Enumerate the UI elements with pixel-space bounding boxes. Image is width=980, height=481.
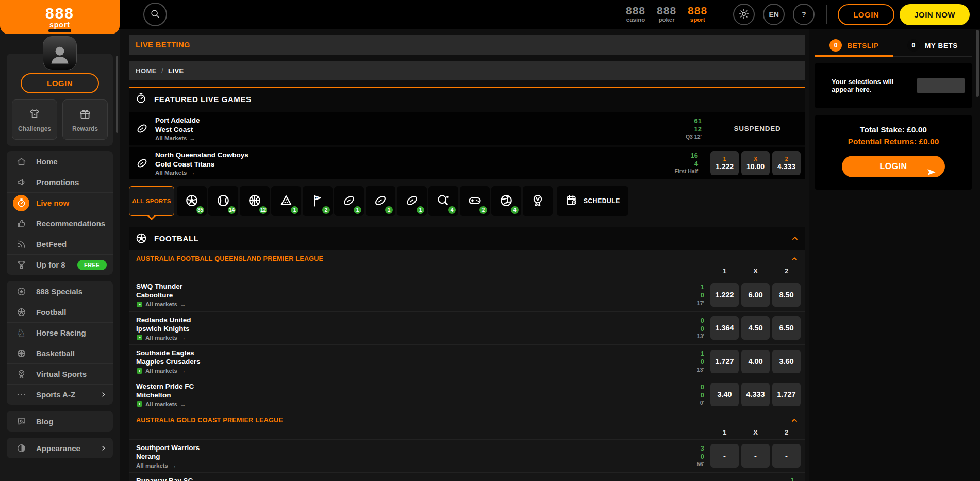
sidebar-nav-item[interactable]: ♘ Horse Racing [7,322,113,343]
join-now-button[interactable]: JOIN NOW [900,4,970,25]
match-teams: Southport Warriors Nerang All markets → [136,443,697,469]
betslip-login-button[interactable]: LOGIN [842,156,945,177]
sport-filter-tile[interactable]: 1 [397,186,427,216]
sidebar: LOGIN Challenges Rewards [0,29,120,481]
away-team: Mitchelton [136,391,700,400]
sport-filter-tile[interactable]: 1 [334,186,364,216]
language-button[interactable]: EN [763,4,785,25]
sport-filter-tile[interactable]: 2 [460,186,490,216]
sidebar-nav-item[interactable]: Blog [7,411,113,432]
away-team: Magpies Crusaders [136,357,697,366]
odds-header-x: X [741,267,770,275]
match-row[interactable]: Redlands United Ipswich Knights All mark… [129,311,805,345]
odds-button-x[interactable]: 6.00 [741,283,770,307]
home-score: 0 [697,317,704,325]
sidebar-nav-item[interactable]: Recommendations [7,213,113,234]
sidebar-nav-item[interactable]: BetFeed [7,234,113,254]
odds-button-x[interactable]: X 10.00 [741,151,770,175]
sidebar-nav-item[interactable]: Football [7,302,113,322]
search-button[interactable] [143,3,167,26]
odds-button-2[interactable]: 3.60 [772,350,801,373]
match-row[interactable]: Southport Warriors Nerang All markets → … [129,439,805,472]
tab-betslip[interactable]: 0 BETSLIP [815,35,893,56]
sidebar-nav-item[interactable]: Appearance [7,438,113,458]
match-clock: 0' [700,400,704,406]
all-markets-link[interactable]: All markets → [136,334,186,341]
sport-filter-tile[interactable]: 35 [177,186,207,216]
sidebar-login-button[interactable]: LOGIN [21,73,99,93]
sport-filter-tile[interactable]: 4 [428,186,458,216]
sport-filter-tile[interactable]: 4 [491,186,521,216]
match-row[interactable]: Western Pride FC Mitchelton All markets … [129,378,805,411]
odds-button-x[interactable]: 4.00 [741,350,770,373]
breadcrumb-home[interactable]: HOME [136,67,157,75]
all-sports-tab[interactable]: ALL SPORTS [129,186,174,216]
all-markets-link[interactable]: All markets → [136,462,177,469]
match-row[interactable]: SWQ Thunder Caboolture All markets → 1 0 [129,278,805,311]
match-row[interactable]: Runaway Bay SC 1 [129,472,805,481]
odds-button-1[interactable]: 1.222 [710,283,739,307]
sidebar-nav-item[interactable]: Live now [7,192,113,213]
collapse-chevron-icon[interactable] [790,416,799,424]
odds-button-x[interactable]: - [741,444,770,468]
live-count-badge: 1 [353,205,362,215]
league-header[interactable]: AUSTRALIA GOLD COAST PREMIER LEAGUE [129,411,805,425]
featured-game-row[interactable]: Port Adelaide West Coast All Markets → 6… [129,112,805,145]
all-markets-link[interactable]: All markets → [136,401,186,407]
sport-filter-tile[interactable]: 14 [208,186,238,216]
featured-game-row[interactable]: North Queensland Cowboys Gold Coast Tita… [129,147,805,179]
odds-button-2[interactable]: - [772,444,801,468]
odds-button-1[interactable]: 1.727 [710,350,739,373]
odds-button-2[interactable]: 1.727 [772,383,801,406]
schedule-button[interactable]: SCHEDULE [557,186,628,216]
odds-button-2[interactable]: 2 4.333 [772,151,801,175]
sport-filter-tile[interactable] [523,186,553,216]
sidebar-scrollbar[interactable] [116,56,118,133]
sidebar-collapse-handle[interactable] [48,29,71,32]
all-markets-link[interactable]: All Markets → [155,170,195,176]
sport-filter-tile[interactable]: 18 2 [303,186,333,216]
match-clock: Q3 12' [686,134,702,140]
away-score: 0 [697,358,704,366]
site-switch-link[interactable]: 888 casino [626,6,645,23]
live-stream-icon [136,401,143,407]
collapse-chevron-icon[interactable] [790,255,799,263]
help-button[interactable]: ? [793,4,815,25]
app: 888 sport 888 casino 888 poker 888 sport [0,0,980,481]
sport-filter-tile[interactable]: 1 [271,186,301,216]
sidebar-nav-item[interactable]: Sports A-Z [7,384,113,405]
league-header[interactable]: AUSTRALIA FOOTBALL QUEENSLAND PREMIER LE… [129,250,805,264]
odds-button-x[interactable]: 4.333 [741,383,770,406]
match-row[interactable]: Southside Eagles Magpies Crusaders All m… [129,344,805,378]
odds-button-2[interactable]: 6.50 [772,316,801,340]
odds-button-1[interactable]: - [710,444,739,468]
odds-button-1[interactable]: 3.40 [710,383,739,406]
header-login-button[interactable]: LOGIN [838,4,894,25]
football-section-header[interactable]: FOOTBALL [129,227,805,250]
all-markets-link[interactable]: All Markets → [155,135,195,141]
odds-button-1[interactable]: 1 1.222 [710,151,739,175]
sidebar-nav-item[interactable]: Promotions [7,172,113,192]
profile-card[interactable]: Challenges [12,99,57,140]
sport-filter-tile[interactable]: 1 [366,186,395,216]
all-markets-link[interactable]: All markets → [136,301,186,308]
collapse-chevron-icon[interactable] [791,234,799,242]
profile-card[interactable]: Rewards [62,99,108,140]
sport-filter-tile[interactable]: 12 [240,186,270,216]
site-switch-link[interactable]: 888 sport [688,6,707,23]
sidebar-nav-item[interactable]: Home [7,151,113,172]
sidebar-nav-item[interactable]: Basketball [7,343,113,363]
sidebar-nav-item[interactable]: Up for 8 FREE [7,254,113,275]
sidebar-nav-item[interactable]: Virtual Sports [7,363,113,384]
odds-button-x[interactable]: 4.50 [741,316,770,340]
site-switch-link[interactable]: 888 poker [657,6,676,23]
page-scrollbar[interactable] [976,30,979,97]
brand-logo[interactable]: 888 sport [0,0,120,34]
sidebar-nav-item[interactable]: 888 Specials [7,281,113,302]
all-markets-link[interactable]: All markets → [136,368,186,374]
tab-my-bets[interactable]: 0 MY BETS [893,35,972,56]
odds-button-2[interactable]: 8.50 [772,283,801,307]
site-sub: casino [626,16,645,23]
odds-button-1[interactable]: 1.364 [710,316,739,340]
settings-button[interactable] [733,4,755,25]
